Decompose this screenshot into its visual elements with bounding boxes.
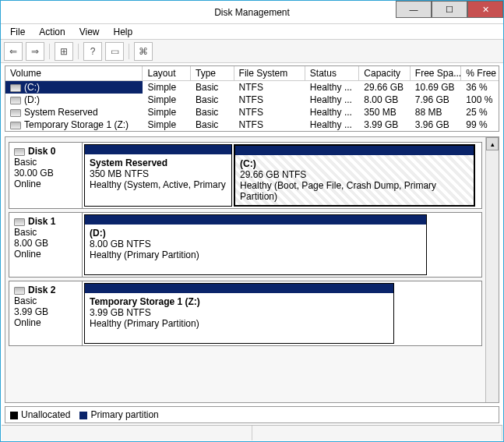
partition-header-bar bbox=[85, 215, 426, 225]
minimize-button[interactable]: — bbox=[396, 1, 432, 18]
drive-icon bbox=[10, 97, 21, 104]
legend: Unallocated Primary partition bbox=[5, 406, 499, 423]
legend-primary: Primary partition bbox=[79, 409, 158, 420]
menu-view[interactable]: View bbox=[73, 25, 106, 39]
col-free-space[interactable]: Free Spa... bbox=[411, 66, 462, 80]
toolbar-button-3[interactable]: ⌘ bbox=[134, 42, 153, 61]
disk-row: Disk 2Basic3.99 GBOnlineTemporary Storag… bbox=[9, 281, 482, 346]
menu-help[interactable]: Help bbox=[107, 25, 139, 39]
help-button[interactable]: ? bbox=[83, 42, 102, 61]
volume-row[interactable]: (D:)SimpleBasicNTFSHealthy ...8.00 GB7.9… bbox=[5, 94, 499, 106]
volume-list-header: Volume Layout Type File System Status Ca… bbox=[5, 66, 499, 81]
col-capacity[interactable]: Capacity bbox=[359, 66, 411, 80]
partition[interactable]: (D:)8.00 GB NTFSHealthy (Primary Partiti… bbox=[84, 214, 427, 275]
col-layout[interactable]: Layout bbox=[143, 66, 191, 80]
toolbar-separator bbox=[78, 44, 79, 59]
col-percent-free[interactable]: % Free bbox=[461, 66, 499, 80]
disk-info[interactable]: Disk 2Basic3.99 GBOnline bbox=[9, 281, 83, 345]
window-controls: — ☐ ✕ bbox=[396, 1, 503, 18]
drive-icon bbox=[10, 109, 21, 117]
col-status[interactable]: Status bbox=[305, 66, 359, 80]
toolbar-button-1[interactable]: ⊞ bbox=[55, 42, 73, 61]
titlebar: Disk Management — ☐ ✕ bbox=[1, 1, 503, 24]
menu-action[interactable]: Action bbox=[33, 25, 71, 39]
disk-row: Disk 0Basic30.00 GBOnlineSystem Reserved… bbox=[9, 142, 482, 209]
unallocated-swatch bbox=[10, 412, 18, 419]
primary-swatch bbox=[79, 412, 87, 419]
back-button[interactable]: ⇐ bbox=[4, 42, 23, 61]
legend-unallocated: Unallocated bbox=[10, 409, 70, 420]
partition[interactable]: Temporary Storage 1 (Z:)3.99 GB NTFSHeal… bbox=[84, 283, 394, 344]
disk-management-window: Disk Management — ☐ ✕ File Action View H… bbox=[0, 0, 504, 442]
partition-area: System Reserved350 MB NTFSHealthy (Syste… bbox=[83, 143, 481, 208]
partition-area: (D:)8.00 GB NTFSHealthy (Primary Partiti… bbox=[83, 213, 481, 277]
col-filesystem[interactable]: File System bbox=[234, 66, 305, 80]
content-area: Volume Layout Type File System Status Ca… bbox=[1, 63, 503, 441]
partition[interactable]: System Reserved350 MB NTFSHealthy (Syste… bbox=[84, 144, 232, 207]
partition[interactable]: (C:)29.66 GB NTFSHealthy (Boot, Page Fil… bbox=[234, 144, 475, 207]
disk-row: Disk 1Basic8.00 GBOnline(D:)8.00 GB NTFS… bbox=[9, 212, 482, 278]
disk-icon bbox=[14, 218, 25, 226]
disk-graphic-panel: Disk 0Basic30.00 GBOnlineSystem Reserved… bbox=[5, 136, 499, 403]
drive-icon bbox=[10, 84, 21, 92]
toolbar-button-2[interactable]: ▭ bbox=[105, 42, 124, 61]
toolbar-separator bbox=[129, 44, 129, 59]
disk-info[interactable]: Disk 0Basic30.00 GBOnline bbox=[9, 143, 83, 208]
toolbar-separator bbox=[49, 44, 50, 59]
volume-row[interactable]: System ReservedSimpleBasicNTFSHealthy ..… bbox=[5, 106, 499, 118]
toolbar: ⇐ ⇒ ⊞ ? ▭ ⌘ bbox=[1, 40, 503, 63]
disk-icon bbox=[14, 287, 25, 295]
scroll-up-button[interactable]: ▴ bbox=[486, 137, 499, 150]
partition-header-bar bbox=[85, 284, 393, 293]
drive-icon bbox=[10, 122, 21, 129]
status-bar bbox=[2, 425, 502, 440]
forward-button[interactable]: ⇒ bbox=[26, 42, 44, 61]
col-type[interactable]: Type bbox=[191, 66, 234, 80]
partition-header-bar bbox=[85, 145, 231, 154]
volume-row[interactable]: (C:)SimpleBasicNTFSHealthy ...29.66 GB10… bbox=[5, 81, 499, 94]
menubar: File Action View Help bbox=[1, 24, 503, 40]
vertical-scrollbar[interactable]: ▴ bbox=[485, 137, 499, 402]
partition-header-bar bbox=[235, 146, 474, 155]
volume-list: Volume Layout Type File System Status Ca… bbox=[5, 65, 499, 132]
col-volume[interactable]: Volume bbox=[5, 66, 143, 80]
close-button[interactable]: ✕ bbox=[467, 1, 503, 18]
partition-area: Temporary Storage 1 (Z:)3.99 GB NTFSHeal… bbox=[83, 281, 481, 345]
volume-row[interactable]: Temporary Storage 1 (Z:)SimpleBasicNTFSH… bbox=[5, 118, 499, 131]
maximize-button[interactable]: ☐ bbox=[432, 1, 467, 18]
disk-icon bbox=[14, 148, 25, 156]
disk-info[interactable]: Disk 1Basic8.00 GBOnline bbox=[9, 213, 83, 277]
menu-file[interactable]: File bbox=[4, 25, 31, 39]
